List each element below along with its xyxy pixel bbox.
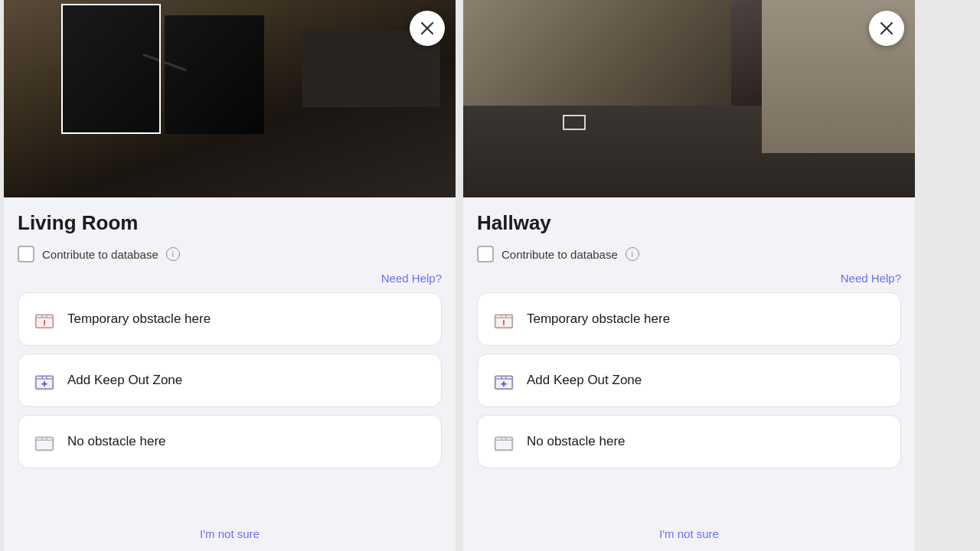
- close-icon: [880, 21, 893, 35]
- hallway-contribute-label: Contribute to database: [501, 248, 618, 261]
- hallway-temporary-obstacle-button[interactable]: Temporary obstacle here: [477, 292, 901, 346]
- speaker-right-object: [165, 15, 264, 134]
- no-obstacle-label: No obstacle here: [67, 434, 166, 449]
- close-icon: [420, 21, 434, 35]
- hallway-close-button[interactable]: [869, 11, 904, 46]
- living-room-panel: Living Room Contribute to database i Nee…: [4, 0, 456, 551]
- box-warning-icon: [32, 307, 57, 331]
- contribute-row: Contribute to database i: [18, 246, 442, 262]
- hallway-option-list: Temporary obstacle here Add Keep Out Zon…: [477, 292, 901, 468]
- hallway-info-icon[interactable]: i: [626, 247, 639, 261]
- close-button[interactable]: [410, 11, 445, 46]
- living-room-content: Living Room Contribute to database i Nee…: [4, 197, 456, 551]
- hallway-temporary-obstacle-label: Temporary obstacle here: [527, 311, 670, 327]
- hallway-contribute-row: Contribute to database i: [477, 246, 901, 262]
- add-keepout-button[interactable]: Add Keep Out Zone: [18, 354, 442, 407]
- need-help-link[interactable]: Need Help?: [18, 272, 442, 285]
- hallway-camera: [463, 0, 915, 197]
- hallway-box-empty-icon: [492, 429, 516, 454]
- hallway-add-keepout-label: Add Keep Out Zone: [527, 373, 642, 388]
- hallway-add-keepout-button[interactable]: Add Keep Out Zone: [477, 354, 901, 407]
- contribute-checkbox[interactable]: [18, 246, 34, 262]
- info-icon[interactable]: i: [166, 247, 180, 261]
- room-title: Living Room: [18, 211, 442, 235]
- hallway-panel: Hallway Contribute to database i Need He…: [463, 0, 915, 551]
- hallway-contribute-checkbox[interactable]: [477, 246, 494, 262]
- hallway-room-title: Hallway: [477, 211, 901, 235]
- box-plus-icon: [32, 368, 57, 393]
- hallway-detection-box: [563, 115, 586, 130]
- living-room-camera: [4, 0, 456, 197]
- hallway-no-obstacle-button[interactable]: No obstacle here: [477, 415, 901, 468]
- box-empty-icon: [32, 429, 57, 454]
- temporary-obstacle-label: Temporary obstacle here: [67, 311, 211, 327]
- svg-point-9: [503, 324, 505, 326]
- hallway-content: Hallway Contribute to database i Need He…: [463, 197, 915, 551]
- svg-point-3: [44, 324, 45, 326]
- hallway-box-plus-icon: [492, 368, 516, 393]
- detection-box: [61, 4, 161, 134]
- hallway-not-sure-link[interactable]: I'm not sure: [477, 517, 901, 543]
- svg-rect-11: [495, 437, 513, 450]
- no-obstacle-button[interactable]: No obstacle here: [18, 415, 442, 468]
- hallway-need-help-link[interactable]: Need Help?: [477, 272, 901, 285]
- add-keepout-label: Add Keep Out Zone: [67, 373, 182, 388]
- svg-rect-5: [36, 437, 54, 450]
- hallway-no-obstacle-label: No obstacle here: [527, 434, 626, 449]
- option-list: Temporary obstacle here Add Keep Out Zon…: [18, 292, 442, 468]
- temporary-obstacle-button[interactable]: Temporary obstacle here: [18, 292, 442, 346]
- not-sure-link[interactable]: I'm not sure: [18, 517, 442, 543]
- hallway-box-warning-icon: [492, 307, 516, 331]
- contribute-label: Contribute to database: [42, 248, 158, 261]
